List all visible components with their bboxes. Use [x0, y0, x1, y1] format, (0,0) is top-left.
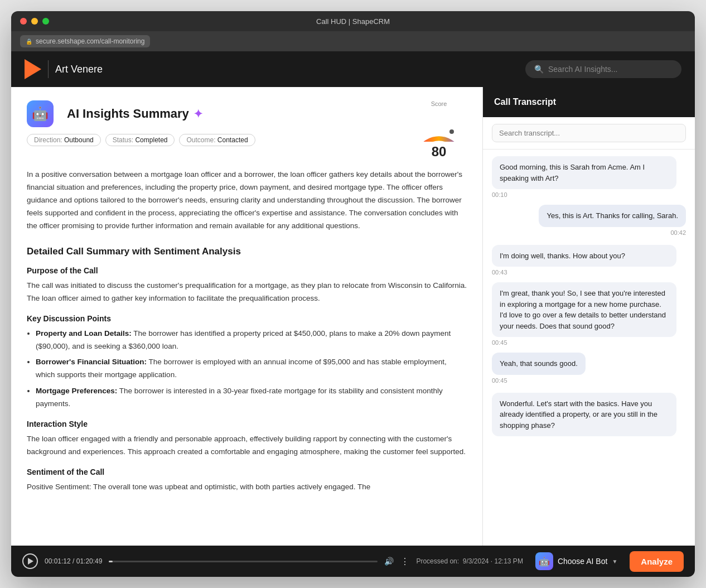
maximize-button[interactable]	[42, 18, 49, 25]
message-group-5: Yeah, that sounds good. 00:45	[492, 353, 686, 386]
message-group-1: Good morning, this is Sarah from Acme. A…	[492, 156, 686, 198]
play-button[interactable]	[22, 553, 38, 569]
progress-fill	[109, 561, 113, 562]
ai-bot-avatar-small: 🤖	[535, 552, 553, 570]
ai-avatar: 🤖	[27, 100, 54, 127]
logo-icon	[25, 59, 41, 79]
search-placeholder: Search AI Insights...	[548, 65, 618, 74]
message-bubble: Wonderful. Let's start with the basics. …	[492, 393, 676, 437]
bottom-right-controls: 🤖 Choose AI Bot ▼ Analyze	[530, 549, 684, 573]
transcript-messages: Good morning, this is Sarah from Acme. A…	[483, 150, 695, 546]
addressbar: 🔒 secure.setshape.com/call-monitoring	[11, 31, 695, 51]
processed-info: Processed on: 9/3/2024 · 12:13 PM	[416, 557, 523, 565]
logo-area: Art Venere	[25, 59, 103, 79]
list-item: Property and Loan Details: The borrower …	[36, 327, 467, 353]
bottom-bar: 00:01:12 / 01:20:49 🔊 ⋮ Processed on: 9/…	[11, 546, 695, 577]
tag-status: Status: Completed	[105, 134, 175, 146]
search-icon: 🔍	[534, 65, 544, 74]
section-sentiment-title: Sentiment of the Call	[27, 467, 467, 476]
section-key-title: Key Discussion Points	[27, 314, 467, 323]
tags-row: Direction: Outbound Status: Completed Ou…	[27, 134, 411, 146]
window-title: Call HUD | ShapeCRM	[316, 17, 390, 26]
tag-outcome: Outcome: Contacted	[179, 134, 255, 146]
summary-text: In a positive conversation between a mor…	[27, 168, 467, 233]
gauge-container	[411, 108, 467, 142]
list-item: Mortgage Preferences: The borrower is in…	[36, 385, 467, 411]
insights-title: AI Insights Summary ✦	[67, 107, 203, 121]
volume-icon[interactable]: 🔊	[384, 557, 394, 566]
transcript-search-area[interactable]	[483, 117, 695, 150]
svg-point-0	[449, 129, 454, 134]
message-bubble: I'm doing well, thanks. How about you?	[492, 245, 676, 267]
app-content: Art Venere 🔍 Search AI Insights... 🤖 AI …	[11, 51, 695, 577]
message-group-2: Yes, this is Art. Thanks for calling, Sa…	[492, 205, 686, 238]
divider	[48, 60, 49, 78]
section-interaction-title: Interaction Style	[27, 420, 467, 428]
score-label: Score	[431, 100, 447, 107]
transcript-title: Call Transcript	[494, 97, 556, 107]
section-interaction-content: The loan officer engaged with a friendly…	[27, 433, 467, 459]
insights-header-row: 🤖 AI Insights Summary ✦ Direction: Outbo…	[27, 100, 467, 160]
section-sentiment-content: Positive Sentiment: The overall tone was…	[27, 481, 467, 494]
main-area: 🤖 AI Insights Summary ✦ Direction: Outbo…	[11, 87, 695, 546]
more-options-icon[interactable]: ⋮	[400, 556, 409, 567]
message-bubble: Yes, this is Art. Thanks for calling, Sa…	[539, 205, 686, 227]
list-item: Borrower's Financial Situation: The borr…	[36, 356, 467, 382]
choose-ai-bot-label: Choose AI Bot	[558, 557, 608, 566]
choose-ai-bot-button[interactable]: 🤖 Choose AI Bot ▼	[530, 549, 623, 573]
close-button[interactable]	[20, 18, 27, 25]
insights-header-left: 🤖 AI Insights Summary ✦ Direction: Outbo…	[27, 100, 411, 146]
message-group-3: I'm doing well, thanks. How about you? 0…	[492, 245, 686, 276]
top-bar: Art Venere 🔍 Search AI Insights...	[11, 51, 695, 87]
transcript-search-input[interactable]	[492, 124, 686, 142]
timestamp: 00:45	[492, 339, 686, 346]
minimize-button[interactable]	[31, 18, 38, 25]
score-number: 80	[432, 144, 447, 160]
score-gauge: Score	[411, 100, 467, 160]
sparkle-icon: ✦	[194, 107, 203, 121]
progress-bar[interactable]	[109, 561, 378, 562]
section-purpose-content: The call was initiated to discuss the cu…	[27, 279, 467, 305]
message-group-4: I'm great, thank you! So, I see that you…	[492, 282, 686, 346]
search-bar[interactable]: 🔍 Search AI Insights...	[525, 60, 681, 78]
message-bubble: Yeah, that sounds good.	[492, 353, 586, 375]
analyze-button[interactable]: Analyze	[630, 551, 684, 572]
titlebar: Call HUD | ShapeCRM	[11, 11, 695, 31]
bullet-list: Property and Loan Details: The borrower …	[36, 327, 467, 411]
play-icon	[28, 558, 33, 565]
detailed-title: Detailed Call Summary with Sentiment Ana…	[27, 246, 467, 257]
timestamp: 00:43	[492, 269, 686, 276]
gauge-svg	[411, 108, 467, 142]
left-panel: 🤖 AI Insights Summary ✦ Direction: Outbo…	[11, 87, 483, 546]
url-text: secure.setshape.com/call-monitoring	[36, 37, 144, 45]
transcript-header: Call Transcript	[483, 87, 695, 117]
message-bubble: Good morning, this is Sarah from Acme. A…	[492, 156, 676, 189]
timestamp: 00:10	[492, 191, 686, 198]
message-bubble: I'm great, thank you! So, I see that you…	[492, 282, 676, 337]
traffic-lights	[20, 18, 49, 25]
lock-icon: 🔒	[26, 38, 32, 45]
timestamp: 00:42	[670, 229, 686, 236]
message-group-6: Wonderful. Let's start with the basics. …	[492, 393, 686, 437]
url-bar[interactable]: 🔒 secure.setshape.com/call-monitoring	[20, 35, 150, 47]
tag-direction: Direction: Outbound	[27, 134, 101, 146]
user-name: Art Venere	[55, 64, 103, 75]
right-panel: Call Transcript Good morning, this is Sa…	[483, 87, 695, 546]
app-window: Call HUD | ShapeCRM 🔒 secure.setshape.co…	[11, 11, 695, 577]
chevron-down-icon: ▼	[612, 558, 617, 565]
section-purpose-title: Purpose of the Call	[27, 266, 467, 275]
time-display: 00:01:12 / 01:20:49	[45, 557, 102, 565]
timestamp: 00:45	[492, 377, 507, 384]
